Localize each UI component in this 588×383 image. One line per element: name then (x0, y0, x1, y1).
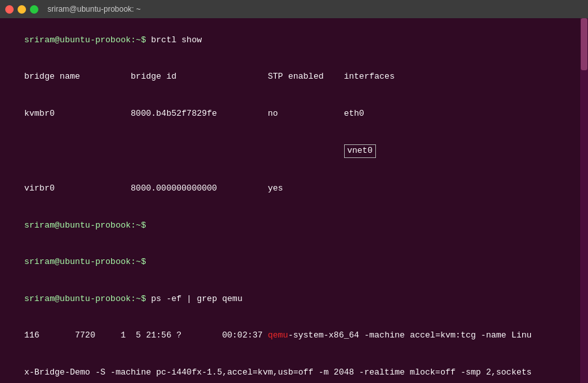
ps-output: 116 7720 1 5 21:56 ? 00:02:37 (24, 330, 267, 340)
qemu-highlight: qemu (268, 330, 288, 340)
terminal-line: x-Bridge-Demo -S -machine pc-i440fx-1.5,… (4, 354, 584, 383)
bridge-row: virbr0 8000.000000000000 yes (24, 183, 283, 193)
titlebar: sriram@ubuntu-probook: ~ (0, 0, 588, 18)
terminal-line: bridge name bridge id STP enabled interf… (4, 59, 584, 96)
terminal-line: sriram@ubuntu-probook:~$ (4, 207, 584, 244)
ps-output: -system-x86_64 -machine accel=kvm:tcg -n… (288, 330, 531, 340)
vnet0-value: vnet0 (344, 144, 376, 158)
prompt: sriram@ubuntu-probook:~$ (24, 35, 151, 45)
window-title: sriram@ubuntu-probook: ~ (47, 5, 140, 14)
terminal-line: sriram@ubuntu-probook:~$ ps -ef | grep q… (4, 281, 584, 318)
command: brctl show (151, 35, 202, 45)
terminal-line: 116 7720 1 5 21:56 ? 00:02:37 qemu-syste… (4, 317, 584, 354)
scrollbar[interactable] (580, 18, 588, 383)
prompt: sriram@ubuntu-probook:~$ (24, 220, 151, 230)
vnet0-indent (24, 146, 343, 155)
ps-output: x-Bridge-Demo -S -machine pc-i440fx-1.5,… (24, 367, 531, 377)
terminal-line: kvmbr0 8000.b4b52f7829fe no eth0 (4, 96, 584, 133)
scrollbar-thumb[interactable] (581, 18, 587, 70)
terminal-line: vnet0 (4, 133, 584, 171)
minimize-button[interactable] (18, 5, 26, 14)
terminal-line: sriram@ubuntu-probook:~$ brctl show (4, 22, 584, 59)
col-header: bridge name bridge id STP enabled interf… (24, 72, 395, 81)
bridge-row: kvmbr0 8000.b4b52f7829fe no eth0 (24, 109, 364, 118)
prompt: sriram@ubuntu-probook:~$ (24, 294, 151, 304)
terminal-line: sriram@ubuntu-probook:~$ (4, 244, 584, 281)
maximize-button[interactable] (30, 5, 38, 14)
close-button[interactable] (5, 5, 14, 14)
command: ps -ef | grep qemu (151, 294, 242, 304)
terminal: sriram@ubuntu-probook:~$ brctl show brid… (0, 18, 588, 383)
prompt: sriram@ubuntu-probook:~$ (24, 257, 151, 267)
terminal-line: virbr0 8000.000000000000 yes (4, 170, 584, 207)
